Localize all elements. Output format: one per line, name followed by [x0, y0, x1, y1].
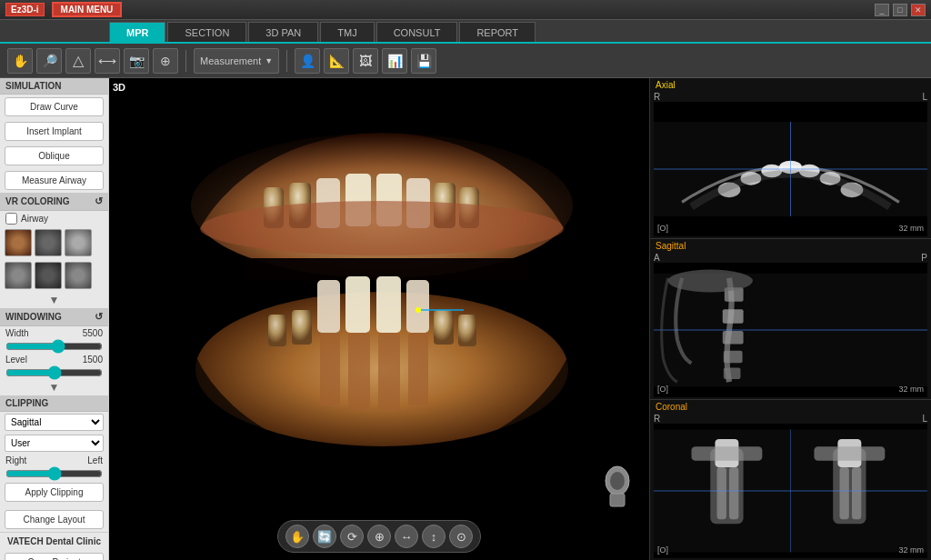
zoom-tool-button[interactable]: 🔎	[36, 48, 62, 74]
axial-mm-label: 32 mm	[898, 224, 924, 233]
bottom-toolbar: ✋ 🔄 ⟳ ⊕ ↔ ↕ ⊙	[277, 520, 481, 553]
svg-rect-18	[406, 280, 429, 333]
bt-rotate[interactable]: 🔄	[313, 525, 336, 548]
figure3-tool-button[interactable]: 🖼	[353, 48, 378, 74]
change-layout-button[interactable]: Change Layout	[5, 510, 104, 529]
windowing-reset-icon[interactable]: ↺	[95, 311, 103, 323]
vr-coloring-header: VR COLORING ↺	[0, 193, 108, 211]
measurement-arrow: ▼	[265, 56, 273, 65]
axial-label: Axial	[656, 80, 676, 90]
svg-rect-13	[268, 315, 286, 346]
svg-rect-15	[317, 280, 340, 333]
figure1-tool-button[interactable]: 👤	[295, 48, 320, 74]
bt-origin[interactable]: ⊕	[367, 525, 391, 548]
vr-more-arrow[interactable]: ▼	[0, 292, 108, 308]
measurement-dropdown[interactable]: Measurement ▼	[194, 48, 279, 74]
coronal-image[interactable]: 32 mm [O]	[654, 424, 927, 558]
toolbar-separator-1	[185, 50, 186, 72]
svg-rect-21	[320, 333, 340, 405]
tab-tmj[interactable]: TMJ	[320, 22, 374, 42]
vr-coloring-reset-icon[interactable]: ↺	[95, 195, 103, 207]
measurement-label: Measurement	[200, 55, 261, 66]
vr-swatch-bone[interactable]	[5, 262, 32, 289]
simulation-header: SIMULATION	[0, 78, 108, 95]
airway-checkbox-row: Airway	[0, 211, 108, 226]
bt-hand[interactable]: ✋	[285, 525, 309, 548]
clipping-plane-select[interactable]: Sagittal Coronal Axial	[5, 414, 104, 431]
main-menu-button[interactable]: MAIN MENU	[52, 2, 123, 17]
measure-airway-button[interactable]: Measure Airway	[5, 171, 104, 190]
bt-vflip[interactable]: ↕	[422, 525, 445, 548]
figure5-tool-button[interactable]: 💾	[411, 48, 436, 74]
coronal-zero-label: [O]	[657, 545, 668, 555]
info-tool-button[interactable]: ⊕	[153, 48, 178, 74]
vr-swatch-dark[interactable]	[35, 262, 62, 289]
level-value: 1500	[83, 355, 103, 365]
titlebar: Ez3D-i MAIN MENU _ □ ✕	[0, 0, 931, 20]
minimize-button[interactable]: _	[875, 4, 889, 16]
clipping-slider[interactable]	[5, 468, 103, 479]
svg-point-30	[610, 472, 625, 490]
tab-section[interactable]: SECTION	[167, 22, 246, 42]
coronal-rl-labels: R L	[650, 414, 931, 424]
bt-reset[interactable]: ⟳	[340, 525, 364, 548]
vr-swatch-soft[interactable]	[65, 229, 92, 256]
clipping-header: CLIPPING	[0, 395, 108, 412]
clipping-lr-label: Right Left	[0, 454, 108, 467]
close-button[interactable]: ✕	[911, 4, 926, 16]
insert-implant-button[interactable]: Insert Implant	[5, 122, 104, 141]
axial-header: Axial	[650, 78, 931, 92]
figure4-tool-button[interactable]: 📊	[382, 48, 407, 74]
viewport-3d-label: 3D	[113, 82, 125, 93]
vr-swatch-skull2[interactable]	[65, 262, 92, 289]
coronal-l-label: L	[922, 414, 927, 424]
tab-report[interactable]: REPORT	[459, 22, 536, 42]
svg-rect-45	[724, 351, 743, 363]
windowing-width-row: Width 5500	[0, 326, 108, 340]
axial-image[interactable]: 32 mm [O]	[654, 102, 927, 236]
measure-tool-button[interactable]: ⟷	[95, 48, 120, 74]
3d-viewport[interactable]: 3D	[109, 78, 649, 560]
tab-consult[interactable]: CONSULT	[376, 22, 458, 42]
coronal-mm-label: 32 mm	[898, 545, 924, 555]
figure2-tool-button[interactable]: 📐	[324, 48, 349, 74]
coronal-label: Coronal	[656, 402, 687, 412]
svg-rect-43	[723, 309, 744, 324]
open-project-button[interactable]: Open Project	[5, 553, 104, 560]
right-panels: Axial R L	[649, 78, 931, 560]
angle-tool-button[interactable]: △	[65, 48, 91, 74]
level-slider[interactable]	[5, 367, 103, 378]
svg-rect-29	[610, 494, 625, 506]
draw-curve-button[interactable]: Draw Curve	[5, 97, 104, 116]
oblique-button[interactable]: Oblique	[5, 146, 104, 165]
svg-point-26	[415, 307, 421, 313]
hand-tool-button[interactable]: ✋	[7, 48, 33, 74]
svg-rect-22	[348, 333, 370, 410]
nav-tabs: MPR SECTION 3D PAN TMJ CONSULT REPORT	[0, 20, 931, 44]
svg-point-10	[200, 201, 564, 255]
width-label: Width	[5, 328, 29, 338]
sagittal-image[interactable]: 32 mm [O]	[654, 263, 927, 397]
toolbar-separator-2	[286, 50, 287, 72]
bt-circle[interactable]: ⊙	[449, 525, 473, 548]
svg-rect-14	[292, 310, 312, 345]
windowing-more-arrow[interactable]: ▼	[0, 379, 108, 395]
tab-mpr[interactable]: MPR	[109, 22, 165, 42]
airway-checkbox[interactable]	[5, 213, 17, 225]
windowing-level-row: Level 1500	[0, 353, 108, 366]
apply-clipping-button[interactable]: Apply Clipping	[5, 483, 104, 502]
vr-swatch-row-1	[0, 226, 108, 259]
maximize-button[interactable]: □	[893, 4, 907, 16]
clipping-left-label: Left	[87, 455, 103, 465]
main-area: SIMULATION Draw Curve Insert Implant Obl…	[0, 78, 931, 560]
camera-tool-button[interactable]: 📷	[124, 48, 149, 74]
tab-3dpan[interactable]: 3D PAN	[248, 22, 318, 42]
sagittal-ap-labels: A P	[650, 253, 931, 263]
windowing-header: WINDOWING ↺	[0, 308, 108, 326]
vr-swatch-skull[interactable]	[5, 229, 32, 256]
svg-rect-53	[729, 467, 738, 519]
clipping-type-select[interactable]: User Bone Soft	[5, 435, 104, 452]
width-slider[interactable]	[5, 341, 103, 352]
vr-swatch-teeth[interactable]	[35, 229, 62, 256]
bt-hflip[interactable]: ↔	[395, 525, 418, 548]
